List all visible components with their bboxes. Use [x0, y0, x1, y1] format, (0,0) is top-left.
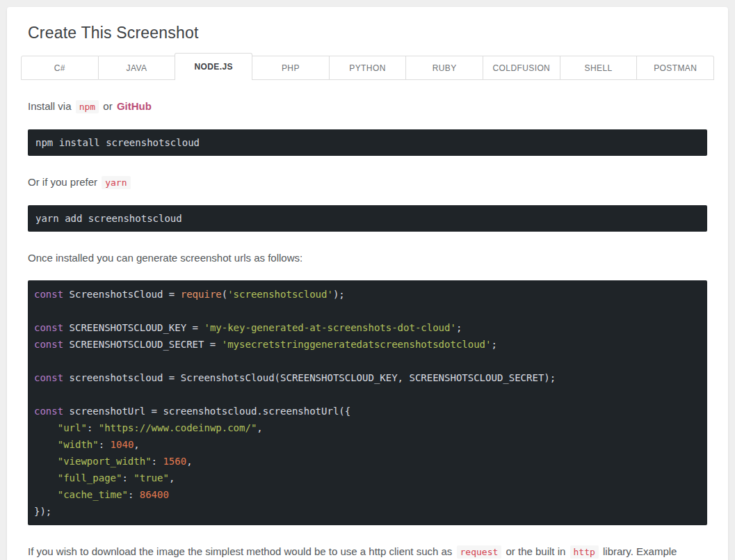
- tab-c[interactable]: C#: [21, 56, 99, 80]
- prefer-line: Or if you prefer yarn: [28, 175, 707, 191]
- nodejs-example-code-block: const ScreenshotsCloud = require('screen…: [28, 280, 707, 525]
- code-line: [34, 353, 701, 369]
- http-inline-code: http: [570, 545, 599, 559]
- github-link[interactable]: GitHub: [117, 100, 152, 112]
- install-or-text: or: [100, 100, 115, 112]
- page-title: Create This Screenshot: [28, 22, 714, 43]
- code-line: const SCREENSHOTSCLOUD_KEY = 'my-key-gen…: [34, 319, 701, 336]
- tab-coldfusion[interactable]: COLDFUSION: [483, 56, 560, 80]
- code-line: });: [34, 503, 701, 520]
- install-line: Install via npm or GitHub: [28, 99, 707, 115]
- code-line: [34, 386, 701, 403]
- download-line: If you wish to download the image the si…: [28, 544, 707, 560]
- code-line: const screenshotscloud = ScreenshotsClou…: [34, 369, 701, 386]
- code-line: "viewport_width": 1560,: [34, 453, 701, 470]
- code-line: const ScreenshotsCloud = require('screen…: [34, 286, 701, 303]
- prefer-prefix-text: Or if you prefer: [28, 176, 100, 188]
- code-line: "full_page": "true",: [34, 470, 701, 486]
- code-line: const screenshotUrl = screenshotscloud.s…: [34, 403, 701, 419]
- tab-java[interactable]: JAVA: [99, 56, 176, 80]
- code-line: "cache_time": 86400: [34, 486, 701, 503]
- tab-panel-nodejs: Install via npm or GitHub npm install sc…: [21, 99, 714, 560]
- npm-install-code-block: npm install screenshotscloud: [28, 129, 707, 156]
- download-part2-text: or the built in: [503, 545, 568, 557]
- generate-line: Once installed you can generate screensh…: [28, 250, 707, 266]
- request-inline-code: request: [457, 545, 502, 559]
- tab-php[interactable]: PHP: [252, 56, 330, 80]
- page-background: Create This Screenshot C#JAVANODE.JSPHPP…: [0, 0, 735, 560]
- download-part1-text: If you wish to download the image the si…: [28, 545, 455, 557]
- tab-postman[interactable]: POSTMAN: [637, 56, 714, 80]
- code-line: [34, 303, 701, 319]
- code-line: const SCREENSHOTSCLOUD_SECRET = 'mysecre…: [34, 336, 701, 353]
- tab-node-js[interactable]: NODE.JS: [175, 53, 252, 80]
- yarn-add-code-block: yarn add screenshotscloud: [28, 205, 707, 232]
- tab-shell[interactable]: SHELL: [560, 56, 638, 80]
- main-card: Create This Screenshot C#JAVANODE.JSPHPP…: [7, 7, 728, 560]
- language-tabs: C#JAVANODE.JSPHPPYTHONRUBYCOLDFUSIONSHEL…: [21, 53, 714, 80]
- tab-python[interactable]: PYTHON: [330, 56, 407, 80]
- code-line: "width": 1040,: [34, 436, 701, 453]
- install-prefix-text: Install via: [28, 100, 74, 112]
- code-line: "url": "https://www.codeinwp.com/",: [34, 419, 701, 436]
- npm-inline-code: npm: [76, 100, 99, 113]
- tab-ruby[interactable]: RUBY: [406, 56, 483, 80]
- yarn-inline-code: yarn: [102, 176, 130, 189]
